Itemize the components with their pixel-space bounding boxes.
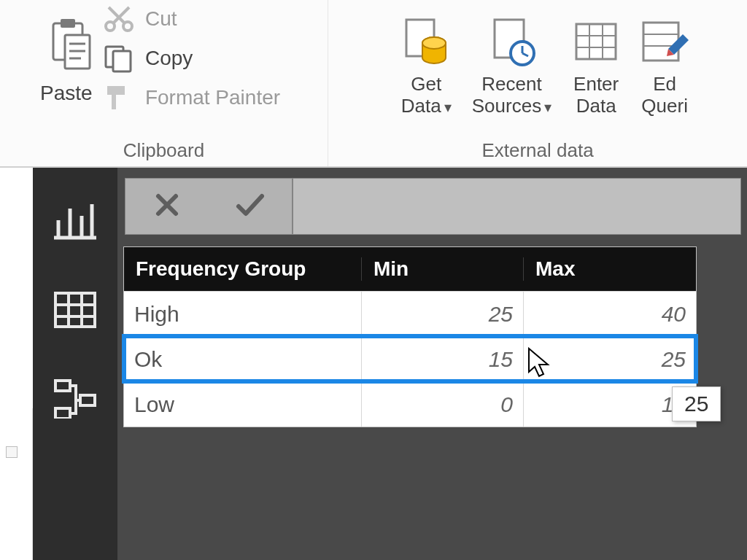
header-frequency-group[interactable]: Frequency Group [124,257,362,281]
cell-max[interactable]: 40 [524,292,696,336]
formula-confirm-button[interactable] [232,188,268,225]
check-icon [234,190,266,222]
svg-rect-38 [80,395,95,405]
recent-sources-button[interactable]: RecentSources▾ [472,17,551,117]
cell-min[interactable]: 15 [362,337,524,381]
view-rail [33,168,117,560]
chevron-down-icon: ▾ [441,99,452,115]
paste-button[interactable]: Paste [40,34,93,105]
cell-group[interactable]: Ok [124,337,362,381]
paintbrush-icon [103,83,135,112]
svg-rect-32 [55,293,95,327]
enter-data-button[interactable]: EnterData [572,17,620,117]
scissors-icon [103,4,135,34]
cell-min[interactable]: 25 [362,292,524,336]
x-icon [152,190,182,222]
edit-queries-icon [640,17,689,71]
ribbon: Paste Cut [0,0,747,168]
table-row[interactable]: Ok 15 25 [124,336,696,381]
ribbon-group-external-data: GetData▾ RecentSources▾ [328,0,747,166]
header-min[interactable]: Min [362,257,524,281]
copy-button[interactable]: Copy [103,44,280,73]
expand-handle[interactable] [6,446,18,458]
data-table: Frequency Group Min Max High 25 40 Ok 15… [123,246,697,427]
cell-group[interactable]: Low [124,382,362,427]
get-data-line1: Get [411,73,441,95]
table-row[interactable]: High 25 40 [124,291,696,336]
ribbon-group-title-external-data: External data [481,135,593,162]
formula-input[interactable] [293,178,741,235]
format-painter-button[interactable]: Format Painter [103,83,280,112]
edit-queries-button[interactable]: EdQueri [640,17,689,117]
view-report-button[interactable] [54,201,96,241]
edit-queries-line1: Ed [653,73,676,95]
cell-min[interactable]: 0 [362,382,524,427]
svg-rect-19 [576,24,616,59]
copy-label: Copy [145,47,193,70]
cut-label: Cut [145,7,177,31]
ribbon-group-title-clipboard: Clipboard [123,135,204,162]
view-model-button[interactable] [54,379,96,419]
format-painter-label: Format Painter [145,86,280,109]
cell-tooltip: 25 [672,386,721,421]
left-margin [0,408,33,560]
get-data-button[interactable]: GetData▾ [401,17,452,117]
paste-label: Paste [40,82,93,105]
svg-rect-37 [55,381,70,391]
enter-data-line1: Enter [573,73,619,95]
formula-cancel-button[interactable] [149,188,185,225]
ribbon-group-clipboard: Paste Cut [0,0,328,166]
tooltip-value: 25 [684,392,708,416]
cursor-icon [526,347,555,379]
svg-point-14 [422,37,446,49]
table-header: Frequency Group Min Max [124,247,696,291]
edit-queries-line2: Queri [641,95,688,117]
cut-button[interactable]: Cut [103,4,280,34]
recent-sources-line2: Sources [472,95,541,117]
svg-rect-11 [113,51,131,71]
get-data-line2: Data [401,95,441,117]
chevron-down-icon: ▾ [541,99,551,115]
copy-icon [103,44,135,73]
formula-bar [125,178,741,235]
recent-sources-line1: Recent [481,73,541,95]
view-data-button[interactable] [54,290,96,330]
svg-rect-39 [55,408,70,419]
recent-sources-icon [487,17,535,71]
grid-icon [572,17,620,71]
paste-icon [40,19,93,77]
cell-group[interactable]: High [124,292,362,336]
workspace: Frequency Group Min Max High 25 40 Ok 15… [33,168,747,560]
cell-max[interactable]: 15 [524,382,696,427]
table-row[interactable]: Low 0 15 [124,381,696,427]
content-area: Frequency Group Min Max High 25 40 Ok 15… [117,168,747,560]
database-icon [402,17,450,71]
svg-rect-1 [61,19,75,28]
enter-data-line2: Data [576,95,616,117]
header-max[interactable]: Max [524,257,696,281]
